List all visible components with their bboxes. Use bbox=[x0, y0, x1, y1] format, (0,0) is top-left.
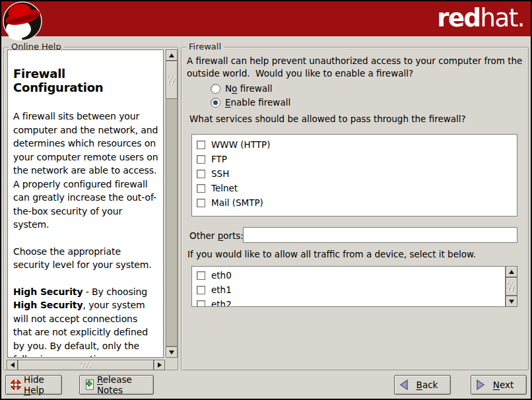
scrollbar-track[interactable] bbox=[166, 61, 178, 347]
checkbox-icon[interactable] bbox=[197, 141, 205, 149]
firewall-intro-line1: A firewall can help prevent unauthorized… bbox=[187, 55, 522, 66]
radio-button-icon[interactable] bbox=[211, 84, 220, 94]
help-horizontal-scrollbar[interactable] bbox=[7, 360, 165, 370]
device-label: eth0 bbox=[211, 270, 232, 281]
other-ports-input[interactable] bbox=[243, 227, 517, 243]
redhat-shadowman-logo bbox=[3, 1, 45, 44]
devices-list[interactable]: eth0 eth1 eth2 bbox=[191, 266, 506, 307]
checkbox-icon[interactable] bbox=[197, 300, 205, 308]
release-notes-label: Release Notes bbox=[97, 374, 153, 395]
hide-help-label: Hide Help bbox=[24, 374, 61, 395]
life-preserver-icon bbox=[10, 379, 22, 391]
wordmark-hat: hat. bbox=[481, 4, 524, 32]
next-label: Next bbox=[493, 380, 514, 390]
device-label: eth2 bbox=[211, 299, 232, 307]
service-label: FTP bbox=[211, 154, 227, 164]
checkbox-icon[interactable] bbox=[197, 199, 205, 207]
service-label: Mail (SMTP) bbox=[211, 197, 263, 208]
service-row-mail[interactable]: Mail (SMTP) bbox=[192, 195, 517, 210]
radio-enable-firewall[interactable]: Enable firewall bbox=[211, 96, 290, 109]
next-arrow-icon bbox=[475, 379, 486, 391]
installer-window: redhat. Online Help Firewall Configurati… bbox=[0, 0, 532, 400]
help-paragraph: A firewall sits between your computer an… bbox=[13, 110, 158, 232]
hide-help-button[interactable]: Hide Help bbox=[5, 375, 62, 395]
checkbox-icon[interactable] bbox=[197, 155, 205, 164]
device-row-eth1[interactable]: eth1 bbox=[192, 283, 505, 297]
scroll-up-icon[interactable] bbox=[506, 266, 517, 277]
release-notes-button[interactable]: Release Notes bbox=[79, 375, 154, 395]
radio-label: No firewall bbox=[225, 83, 273, 94]
service-row-www[interactable]: WWW (HTTP) bbox=[192, 137, 517, 152]
radio-label: Enable firewall bbox=[225, 97, 290, 108]
services-question: What services should be allowed to pass … bbox=[189, 114, 466, 124]
device-row-eth2[interactable]: eth2 bbox=[192, 297, 505, 307]
redhat-wordmark: redhat. bbox=[437, 4, 524, 33]
scroll-left-icon[interactable] bbox=[7, 360, 18, 370]
scrollbar-thumb[interactable] bbox=[166, 61, 178, 99]
online-help-frame: Online Help Firewall Configuration A fir… bbox=[3, 47, 178, 370]
scrollbar-thumb[interactable] bbox=[506, 277, 517, 296]
radio-button-selected-icon[interactable] bbox=[211, 98, 220, 108]
devices-vertical-scrollbar[interactable] bbox=[506, 266, 517, 307]
help-vertical-scrollbar[interactable] bbox=[166, 50, 178, 358]
other-ports-label: Other ports: bbox=[189, 230, 244, 241]
firewall-intro-line2: outside world. Would you like to enable … bbox=[187, 68, 413, 79]
scrollbar-thumb[interactable] bbox=[18, 360, 154, 370]
release-notes-icon bbox=[84, 379, 96, 391]
help-paragraph: High Security - By choosing High Securit… bbox=[13, 285, 158, 358]
firewall-frame: Firewall A firewall can help prevent una… bbox=[181, 47, 529, 370]
help-text-pane: Firewall Configuration A firewall sits b… bbox=[7, 50, 164, 358]
firewall-frame-label: Firewall bbox=[186, 42, 224, 52]
help-paragraph: Choose the appropriate security level fo… bbox=[13, 245, 158, 272]
wordmark-red: red bbox=[437, 4, 480, 32]
next-button[interactable]: Next bbox=[471, 375, 527, 395]
service-row-telnet[interactable]: Telnet bbox=[192, 181, 517, 195]
service-label: WWW (HTTP) bbox=[211, 139, 270, 150]
service-label: Telnet bbox=[211, 183, 238, 193]
checkbox-icon[interactable] bbox=[197, 184, 205, 193]
checkbox-icon[interactable] bbox=[197, 286, 205, 294]
radio-no-firewall[interactable]: No firewall bbox=[211, 82, 273, 95]
scroll-down-icon[interactable] bbox=[506, 296, 517, 307]
checkbox-icon[interactable] bbox=[197, 271, 205, 280]
redhat-banner: redhat. bbox=[1, 1, 531, 36]
service-row-ftp[interactable]: FTP bbox=[192, 152, 517, 166]
back-button[interactable]: Back bbox=[394, 375, 451, 395]
device-hint: If you would like to allow all traffic f… bbox=[187, 249, 476, 259]
scroll-up-icon[interactable] bbox=[166, 50, 178, 61]
services-list[interactable]: WWW (HTTP) FTP SSH Telnet Mail (SMTP) bbox=[191, 134, 517, 217]
device-label: eth1 bbox=[211, 284, 232, 295]
service-row-ssh[interactable]: SSH bbox=[192, 166, 517, 181]
help-bold-term: High Security bbox=[13, 300, 83, 310]
device-row-eth0[interactable]: eth0 bbox=[192, 268, 505, 283]
scroll-down-icon[interactable] bbox=[166, 347, 178, 358]
help-text: - By choosing bbox=[83, 286, 147, 297]
back-arrow-icon bbox=[399, 379, 409, 391]
checkbox-icon[interactable] bbox=[197, 170, 205, 178]
help-title: Firewall Configuration bbox=[13, 67, 158, 94]
scroll-right-icon[interactable] bbox=[154, 360, 165, 370]
help-bold-term: High Security bbox=[13, 286, 83, 297]
service-label: SSH bbox=[211, 168, 229, 179]
back-label: Back bbox=[416, 380, 438, 390]
